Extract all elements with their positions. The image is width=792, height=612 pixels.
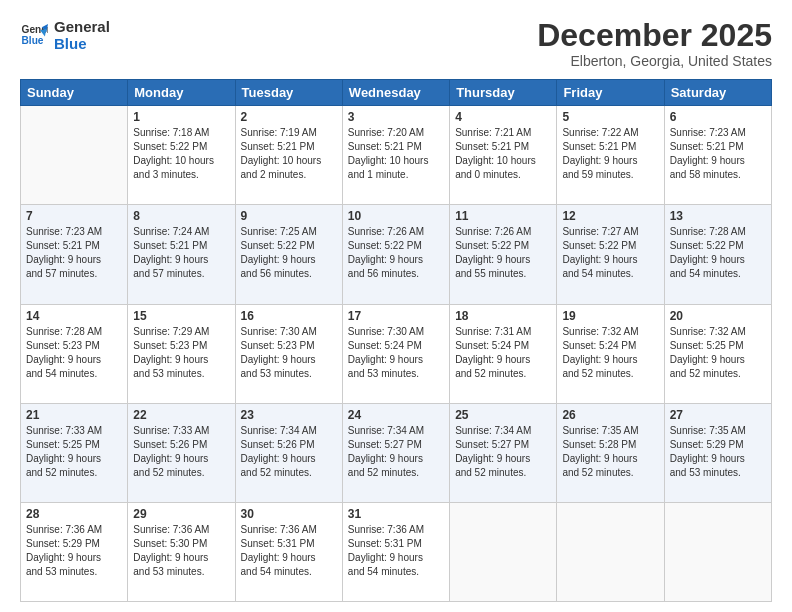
- calendar-cell: 21Sunrise: 7:33 AM Sunset: 5:25 PM Dayli…: [21, 403, 128, 502]
- calendar-cell: 31Sunrise: 7:36 AM Sunset: 5:31 PM Dayli…: [342, 502, 449, 601]
- day-number: 18: [455, 309, 551, 323]
- calendar-header-cell: Thursday: [450, 80, 557, 106]
- calendar-cell: 14Sunrise: 7:28 AM Sunset: 5:23 PM Dayli…: [21, 304, 128, 403]
- cell-info: Sunrise: 7:36 AM Sunset: 5:30 PM Dayligh…: [133, 523, 229, 579]
- cell-info: Sunrise: 7:31 AM Sunset: 5:24 PM Dayligh…: [455, 325, 551, 381]
- calendar-cell: 29Sunrise: 7:36 AM Sunset: 5:30 PM Dayli…: [128, 502, 235, 601]
- calendar-cell: 15Sunrise: 7:29 AM Sunset: 5:23 PM Dayli…: [128, 304, 235, 403]
- cell-info: Sunrise: 7:23 AM Sunset: 5:21 PM Dayligh…: [670, 126, 766, 182]
- day-number: 13: [670, 209, 766, 223]
- calendar-header-cell: Friday: [557, 80, 664, 106]
- calendar-cell: 1Sunrise: 7:18 AM Sunset: 5:22 PM Daylig…: [128, 106, 235, 205]
- cell-info: Sunrise: 7:35 AM Sunset: 5:28 PM Dayligh…: [562, 424, 658, 480]
- calendar-cell: 16Sunrise: 7:30 AM Sunset: 5:23 PM Dayli…: [235, 304, 342, 403]
- day-number: 10: [348, 209, 444, 223]
- logo-icon: General Blue: [20, 21, 48, 49]
- cell-info: Sunrise: 7:35 AM Sunset: 5:29 PM Dayligh…: [670, 424, 766, 480]
- logo-line2: Blue: [54, 35, 110, 52]
- cell-info: Sunrise: 7:33 AM Sunset: 5:26 PM Dayligh…: [133, 424, 229, 480]
- cell-info: Sunrise: 7:21 AM Sunset: 5:21 PM Dayligh…: [455, 126, 551, 182]
- cell-info: Sunrise: 7:32 AM Sunset: 5:24 PM Dayligh…: [562, 325, 658, 381]
- day-number: 27: [670, 408, 766, 422]
- calendar-header-cell: Sunday: [21, 80, 128, 106]
- day-number: 20: [670, 309, 766, 323]
- logo: General Blue General Blue: [20, 18, 110, 53]
- month-title: December 2025: [537, 18, 772, 53]
- day-number: 28: [26, 507, 122, 521]
- day-number: 23: [241, 408, 337, 422]
- cell-info: Sunrise: 7:25 AM Sunset: 5:22 PM Dayligh…: [241, 225, 337, 281]
- calendar-week-row: 28Sunrise: 7:36 AM Sunset: 5:29 PM Dayli…: [21, 502, 772, 601]
- calendar-body: 1Sunrise: 7:18 AM Sunset: 5:22 PM Daylig…: [21, 106, 772, 602]
- calendar-cell: 23Sunrise: 7:34 AM Sunset: 5:26 PM Dayli…: [235, 403, 342, 502]
- day-number: 5: [562, 110, 658, 124]
- page: General Blue General Blue December 2025 …: [0, 0, 792, 612]
- calendar-cell: 24Sunrise: 7:34 AM Sunset: 5:27 PM Dayli…: [342, 403, 449, 502]
- day-number: 15: [133, 309, 229, 323]
- day-number: 6: [670, 110, 766, 124]
- calendar-cell: 18Sunrise: 7:31 AM Sunset: 5:24 PM Dayli…: [450, 304, 557, 403]
- calendar-table: SundayMondayTuesdayWednesdayThursdayFrid…: [20, 79, 772, 602]
- cell-info: Sunrise: 7:20 AM Sunset: 5:21 PM Dayligh…: [348, 126, 444, 182]
- calendar-cell: [664, 502, 771, 601]
- day-number: 1: [133, 110, 229, 124]
- svg-text:Blue: Blue: [22, 36, 44, 47]
- calendar-cell: 27Sunrise: 7:35 AM Sunset: 5:29 PM Dayli…: [664, 403, 771, 502]
- calendar-header-cell: Wednesday: [342, 80, 449, 106]
- logo-line1: General: [54, 18, 110, 35]
- calendar-cell: 28Sunrise: 7:36 AM Sunset: 5:29 PM Dayli…: [21, 502, 128, 601]
- cell-info: Sunrise: 7:36 AM Sunset: 5:31 PM Dayligh…: [241, 523, 337, 579]
- calendar-header-cell: Monday: [128, 80, 235, 106]
- calendar-cell: 22Sunrise: 7:33 AM Sunset: 5:26 PM Dayli…: [128, 403, 235, 502]
- cell-info: Sunrise: 7:34 AM Sunset: 5:26 PM Dayligh…: [241, 424, 337, 480]
- calendar-week-row: 14Sunrise: 7:28 AM Sunset: 5:23 PM Dayli…: [21, 304, 772, 403]
- day-number: 22: [133, 408, 229, 422]
- day-number: 30: [241, 507, 337, 521]
- cell-info: Sunrise: 7:30 AM Sunset: 5:24 PM Dayligh…: [348, 325, 444, 381]
- cell-info: Sunrise: 7:34 AM Sunset: 5:27 PM Dayligh…: [348, 424, 444, 480]
- calendar-cell: 19Sunrise: 7:32 AM Sunset: 5:24 PM Dayli…: [557, 304, 664, 403]
- calendar-cell: 20Sunrise: 7:32 AM Sunset: 5:25 PM Dayli…: [664, 304, 771, 403]
- title-block: December 2025 Elberton, Georgia, United …: [537, 18, 772, 69]
- calendar-week-row: 7Sunrise: 7:23 AM Sunset: 5:21 PM Daylig…: [21, 205, 772, 304]
- calendar-cell: 17Sunrise: 7:30 AM Sunset: 5:24 PM Dayli…: [342, 304, 449, 403]
- calendar-cell: 6Sunrise: 7:23 AM Sunset: 5:21 PM Daylig…: [664, 106, 771, 205]
- cell-info: Sunrise: 7:36 AM Sunset: 5:29 PM Dayligh…: [26, 523, 122, 579]
- cell-info: Sunrise: 7:34 AM Sunset: 5:27 PM Dayligh…: [455, 424, 551, 480]
- cell-info: Sunrise: 7:33 AM Sunset: 5:25 PM Dayligh…: [26, 424, 122, 480]
- cell-info: Sunrise: 7:30 AM Sunset: 5:23 PM Dayligh…: [241, 325, 337, 381]
- calendar-cell: 2Sunrise: 7:19 AM Sunset: 5:21 PM Daylig…: [235, 106, 342, 205]
- day-number: 26: [562, 408, 658, 422]
- calendar-header-row: SundayMondayTuesdayWednesdayThursdayFrid…: [21, 80, 772, 106]
- cell-info: Sunrise: 7:22 AM Sunset: 5:21 PM Dayligh…: [562, 126, 658, 182]
- day-number: 24: [348, 408, 444, 422]
- day-number: 17: [348, 309, 444, 323]
- cell-info: Sunrise: 7:18 AM Sunset: 5:22 PM Dayligh…: [133, 126, 229, 182]
- day-number: 31: [348, 507, 444, 521]
- day-number: 4: [455, 110, 551, 124]
- cell-info: Sunrise: 7:26 AM Sunset: 5:22 PM Dayligh…: [348, 225, 444, 281]
- calendar-week-row: 1Sunrise: 7:18 AM Sunset: 5:22 PM Daylig…: [21, 106, 772, 205]
- calendar-cell: 3Sunrise: 7:20 AM Sunset: 5:21 PM Daylig…: [342, 106, 449, 205]
- calendar-cell: 25Sunrise: 7:34 AM Sunset: 5:27 PM Dayli…: [450, 403, 557, 502]
- day-number: 12: [562, 209, 658, 223]
- calendar-cell: 4Sunrise: 7:21 AM Sunset: 5:21 PM Daylig…: [450, 106, 557, 205]
- cell-info: Sunrise: 7:24 AM Sunset: 5:21 PM Dayligh…: [133, 225, 229, 281]
- calendar-cell: [557, 502, 664, 601]
- calendar-cell: [21, 106, 128, 205]
- cell-info: Sunrise: 7:29 AM Sunset: 5:23 PM Dayligh…: [133, 325, 229, 381]
- day-number: 11: [455, 209, 551, 223]
- day-number: 14: [26, 309, 122, 323]
- cell-info: Sunrise: 7:23 AM Sunset: 5:21 PM Dayligh…: [26, 225, 122, 281]
- cell-info: Sunrise: 7:19 AM Sunset: 5:21 PM Dayligh…: [241, 126, 337, 182]
- calendar-cell: 13Sunrise: 7:28 AM Sunset: 5:22 PM Dayli…: [664, 205, 771, 304]
- cell-info: Sunrise: 7:32 AM Sunset: 5:25 PM Dayligh…: [670, 325, 766, 381]
- calendar-cell: 9Sunrise: 7:25 AM Sunset: 5:22 PM Daylig…: [235, 205, 342, 304]
- calendar-cell: 7Sunrise: 7:23 AM Sunset: 5:21 PM Daylig…: [21, 205, 128, 304]
- calendar-cell: 10Sunrise: 7:26 AM Sunset: 5:22 PM Dayli…: [342, 205, 449, 304]
- cell-info: Sunrise: 7:26 AM Sunset: 5:22 PM Dayligh…: [455, 225, 551, 281]
- cell-info: Sunrise: 7:28 AM Sunset: 5:23 PM Dayligh…: [26, 325, 122, 381]
- calendar-cell: 26Sunrise: 7:35 AM Sunset: 5:28 PM Dayli…: [557, 403, 664, 502]
- day-number: 9: [241, 209, 337, 223]
- location: Elberton, Georgia, United States: [537, 53, 772, 69]
